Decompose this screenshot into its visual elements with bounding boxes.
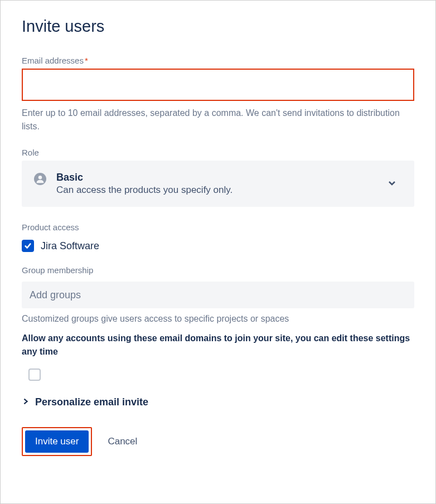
email-help-text: Enter up to 10 email addresses, separate… (22, 106, 414, 133)
group-help-text: Customized groups give users access to s… (22, 314, 414, 324)
email-label: Email addresses* (22, 56, 414, 65)
cancel-button[interactable]: Cancel (108, 436, 137, 447)
required-star: * (85, 56, 88, 65)
group-membership-label: Group membership (22, 265, 414, 275)
person-icon (34, 172, 46, 187)
product-item-label: Jira Software (41, 240, 99, 252)
group-input[interactable] (22, 282, 414, 308)
email-input[interactable] (22, 69, 414, 101)
role-selector[interactable]: Basic Can access the products you specif… (22, 161, 414, 207)
invite-button[interactable]: Invite user (25, 430, 89, 453)
role-title: Basic (56, 172, 232, 183)
role-label: Role (22, 148, 414, 157)
domain-allow-text: Allow any accounts using these email dom… (22, 332, 414, 358)
page-title: Invite users (22, 17, 414, 36)
personalize-toggle[interactable]: Personalize email invite (22, 396, 414, 408)
role-description: Can access the products you specify only… (56, 185, 232, 196)
personalize-label: Personalize email invite (35, 396, 148, 408)
domain-allow-checkbox[interactable] (28, 369, 41, 381)
chevron-right-icon (22, 398, 30, 408)
product-access-label: Product access (22, 222, 414, 232)
product-checkbox[interactable] (22, 240, 34, 252)
svg-point-1 (38, 176, 42, 179)
chevron-down-icon (387, 178, 402, 190)
invite-button-highlight: Invite user (22, 427, 92, 456)
